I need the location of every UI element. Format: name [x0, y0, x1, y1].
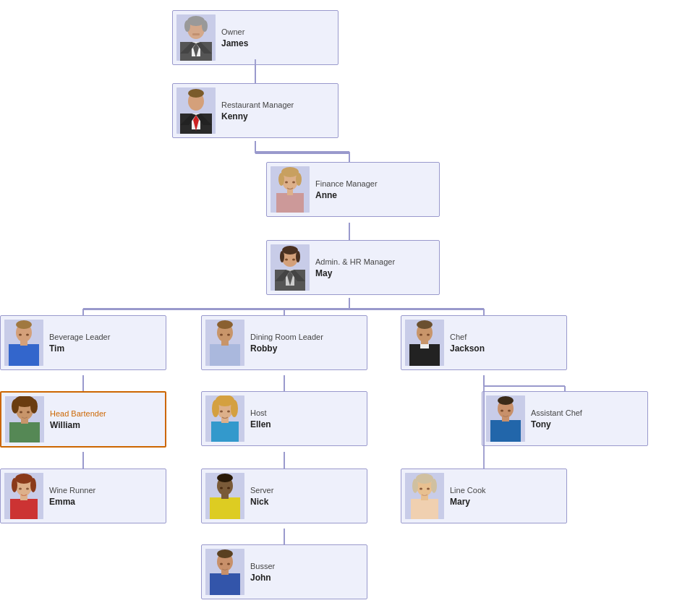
avatar-may [271, 244, 310, 291]
svg-point-119 [420, 334, 422, 336]
svg-point-111 [220, 334, 223, 336]
name-kenny: Kenny [221, 111, 294, 121]
svg-point-138 [227, 411, 230, 413]
title-john: Busser [250, 561, 275, 572]
node-jackson[interactable]: Chef Jackson [401, 315, 567, 370]
title-tim: Beverage Leader [49, 332, 110, 343]
name-ellen: Ellen [250, 419, 271, 429]
node-may[interactable]: Admin. & HR Manager May [266, 240, 440, 295]
node-text-nick: Server Nick [250, 485, 273, 506]
name-john: John [250, 573, 275, 583]
svg-rect-83 [287, 189, 293, 195]
name-mary: Mary [450, 497, 486, 507]
svg-rect-174 [210, 573, 240, 595]
node-anne[interactable]: Finance Manager Anne [266, 162, 440, 217]
avatar-james [176, 14, 216, 61]
node-emma[interactable]: Wine Runner Emma [0, 469, 166, 523]
avatar-william [5, 396, 44, 442]
svg-point-177 [227, 563, 230, 565]
node-text-robby: Dining Room Leader Robby [250, 332, 323, 353]
svg-point-149 [12, 478, 17, 492]
svg-point-62 [202, 20, 208, 32]
node-william[interactable]: Head Bartender William [0, 391, 166, 448]
svg-point-166 [431, 479, 437, 493]
svg-point-85 [292, 181, 295, 184]
name-may: May [315, 268, 395, 278]
svg-rect-110 [221, 341, 229, 346]
svg-point-112 [227, 334, 230, 336]
title-kenny: Restaurant Manager [221, 100, 294, 111]
svg-point-154 [26, 488, 29, 490]
svg-point-88 [282, 246, 298, 254]
svg-point-133 [212, 400, 219, 417]
svg-rect-158 [210, 497, 240, 519]
svg-rect-167 [411, 499, 438, 519]
svg-point-145 [508, 410, 511, 412]
svg-point-125 [30, 399, 38, 414]
svg-rect-126 [9, 422, 40, 442]
svg-point-170 [427, 488, 430, 490]
svg-rect-82 [276, 193, 304, 213]
node-text-william: Head Bartender William [50, 408, 106, 429]
node-kenny[interactable]: Restaurant Manager Kenny [172, 83, 338, 138]
svg-rect-135 [211, 422, 239, 442]
svg-rect-118 [420, 344, 429, 348]
svg-point-120 [427, 334, 430, 336]
svg-point-128 [20, 411, 22, 414]
svg-rect-127 [21, 418, 28, 424]
svg-point-148 [15, 474, 33, 484]
svg-point-124 [12, 399, 19, 414]
title-ellen: Host [250, 408, 271, 419]
name-tim: Tim [49, 343, 110, 354]
node-text-tony: Assistant Chef Tony [531, 408, 582, 429]
svg-point-134 [231, 400, 238, 417]
svg-point-153 [19, 488, 22, 490]
node-nick[interactable]: Server Nick [201, 469, 367, 523]
node-text-emma: Wine Runner Emma [49, 485, 95, 506]
svg-point-81 [296, 173, 302, 186]
name-jackson: Jackson [450, 343, 485, 354]
avatar-jackson [405, 320, 444, 366]
node-text-john: Busser John [250, 561, 275, 582]
svg-point-61 [184, 20, 190, 32]
node-ellen[interactable]: Host Ellen [201, 391, 367, 446]
title-jackson: Chef [450, 332, 485, 343]
svg-point-84 [285, 181, 288, 184]
avatar-mary [405, 473, 444, 519]
title-mary: Line Cook [450, 485, 486, 496]
node-tim[interactable]: Beverage Leader Tim [0, 315, 166, 370]
avatar-emma [4, 473, 43, 519]
svg-point-161 [227, 487, 230, 489]
node-mary[interactable]: Line Cook Mary [401, 469, 567, 523]
svg-point-97 [292, 259, 295, 261]
svg-rect-109 [210, 344, 240, 366]
svg-rect-68 [192, 33, 200, 35]
node-tony[interactable]: Assistant Chef Tony [482, 391, 648, 446]
node-text-tim: Beverage Leader Tim [49, 332, 110, 353]
svg-point-80 [278, 173, 284, 186]
svg-point-89 [280, 251, 284, 262]
svg-point-90 [296, 251, 300, 262]
node-james[interactable]: Owner James [172, 10, 338, 65]
title-james: Owner [221, 27, 248, 38]
name-tony: Tony [531, 419, 582, 429]
svg-point-144 [501, 410, 503, 412]
avatar-kenny [176, 87, 216, 134]
node-text-james: Owner James [221, 27, 248, 48]
connector-lines-2 [0, 0, 677, 616]
title-william: Head Bartender [50, 408, 106, 419]
svg-rect-103 [20, 341, 27, 346]
svg-point-104 [19, 334, 22, 336]
node-robby[interactable]: Dining Room Leader Robby [201, 315, 367, 370]
svg-rect-151 [10, 499, 38, 519]
title-robby: Dining Room Leader [250, 332, 323, 343]
title-may: Admin. & HR Manager [315, 257, 395, 268]
svg-point-96 [285, 259, 288, 261]
avatar-anne [271, 166, 310, 213]
svg-point-164 [416, 474, 433, 484]
node-john[interactable]: Busser John [201, 544, 367, 599]
svg-point-157 [217, 474, 233, 482]
svg-point-169 [420, 488, 422, 490]
avatar-ellen [205, 395, 244, 442]
svg-rect-102 [20, 344, 28, 359]
